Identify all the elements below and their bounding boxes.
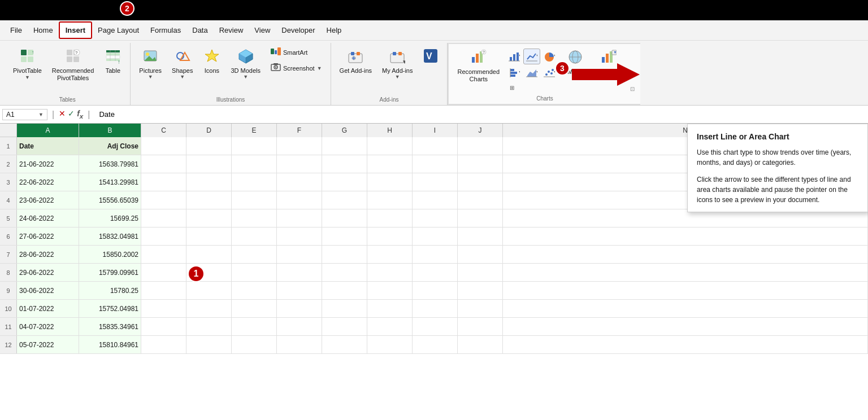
cell-h1[interactable] [367, 137, 413, 155]
screenshot-dropdown: ▼ [317, 65, 322, 71]
formula-function-icon[interactable]: fx [77, 109, 83, 120]
get-add-ins-button[interactable]: Get Add-ins [336, 45, 376, 77]
recommended-pivottables-label: RecommendedPivotTables [52, 67, 94, 82]
cell-b9[interactable]: 15780.25 [79, 282, 141, 299]
pivot-table-label: PivotTable [13, 67, 42, 75]
col-header-h[interactable]: H [367, 124, 413, 137]
line-chart-icon: ▼ [526, 51, 537, 62]
col-header-g[interactable]: G [322, 124, 367, 137]
smartart-button[interactable]: SmartArt [267, 45, 326, 60]
col-header-d[interactable]: D [186, 124, 232, 137]
cell-a7[interactable]: 28-06-2022 [17, 246, 79, 263]
cell-g2[interactable] [322, 155, 367, 173]
menu-item-home[interactable]: Home [28, 23, 59, 38]
cell-c2[interactable] [141, 155, 186, 173]
cell-j2[interactable] [458, 155, 503, 173]
cell-a6[interactable]: 27-06-2022 [17, 228, 79, 245]
cell-a3[interactable]: 22-06-2022 [17, 173, 79, 191]
menu-item-help[interactable]: Help [321, 23, 348, 38]
visio-button[interactable]: V [419, 45, 442, 70]
menu-item-formulas[interactable]: Formulas [145, 23, 186, 38]
col-header-i[interactable]: I [413, 124, 458, 137]
cell-b11[interactable]: 15835.34961 [79, 318, 141, 335]
menu-item-developer[interactable]: Developer [276, 23, 320, 38]
formula-cancel-icon[interactable]: ✕ [59, 109, 66, 120]
cell-f2[interactable] [277, 155, 322, 173]
col-header-e[interactable]: E [232, 124, 277, 137]
shapes-button[interactable]: Shapes ▼ [168, 45, 197, 82]
cell-j1[interactable] [458, 137, 503, 155]
cell-a4[interactable]: 23-06-2022 [17, 191, 79, 209]
insert-bar-chart-button[interactable]: ▼ [506, 65, 523, 81]
cell-a9[interactable]: 30-06-2022 [17, 282, 79, 299]
menu-item-file[interactable]: File [5, 23, 28, 38]
recommended-charts-button[interactable]: ? RecommendedCharts [453, 46, 504, 86]
cell-e1[interactable] [232, 137, 277, 155]
cell-a1[interactable]: Date [17, 137, 79, 155]
svg-rect-12 [106, 53, 120, 55]
row-num-7: 7 [0, 246, 17, 263]
cell-i2[interactable] [413, 155, 458, 173]
cell-i1[interactable] [413, 137, 458, 155]
svg-rect-5 [67, 50, 72, 55]
cell-b5[interactable]: 15699.25 [79, 209, 141, 227]
cell-b12[interactable]: 15810.84961 [79, 336, 141, 353]
svg-text:?: ? [483, 50, 485, 54]
name-box-dropdown[interactable]: ▼ [38, 112, 44, 117]
menu-item-insert[interactable]: Insert [59, 21, 92, 39]
cell-b6[interactable]: 15832.04981 [79, 228, 141, 245]
cell-a12[interactable]: 05-07-2022 [17, 336, 79, 353]
screenshot-button[interactable]: Screenshot ▼ [267, 61, 326, 76]
cell-d2[interactable] [186, 155, 232, 173]
cell-a8[interactable]: 29-06-2022 [17, 264, 79, 281]
3d-models-button[interactable]: 3D Models ▼ [227, 45, 264, 82]
col-header-j[interactable]: J [458, 124, 503, 137]
row-num-5: 5 [0, 209, 17, 227]
cell-a5[interactable]: 24-06-2022 [17, 209, 79, 227]
cell-e2[interactable] [232, 155, 277, 173]
menu-item-page-layout[interactable]: Page Layout [92, 23, 145, 38]
svg-rect-41 [393, 52, 396, 55]
table-button[interactable]: ↑ Table [100, 45, 125, 77]
icons-button[interactable]: Icons [199, 45, 224, 77]
cell-h2[interactable] [367, 155, 413, 173]
insert-area-chart-button[interactable]: ▼ [523, 65, 540, 81]
cell-d1[interactable] [186, 137, 232, 155]
menu-item-data[interactable]: Data [186, 23, 213, 38]
cell-f1[interactable] [277, 137, 322, 155]
cell-b8[interactable]: 15799.09961 [79, 264, 141, 281]
insert-pie-chart-button[interactable]: ▼ [541, 49, 558, 64]
cell-a10[interactable]: 01-07-2022 [17, 300, 79, 317]
addins-group-label: Add-ins [336, 94, 443, 103]
cell-b2[interactable]: 15638.79981 [79, 155, 141, 173]
pictures-button[interactable]: Pictures ▼ [135, 45, 166, 82]
insert-line-chart-button[interactable]: ▼ [523, 49, 540, 64]
recommended-pivottables-button[interactable]: ? RecommendedPivotTables [48, 45, 98, 85]
formula-confirm-icon[interactable]: ✓ [68, 109, 75, 120]
cell-a11[interactable]: 04-07-2022 [17, 318, 79, 335]
cell-g1[interactable] [322, 137, 367, 155]
svg-rect-60 [510, 72, 517, 74]
col-header-c[interactable]: C [141, 124, 186, 137]
col-header-b[interactable]: B [79, 124, 141, 137]
cell-b3[interactable]: 15413.29981 [79, 173, 141, 191]
insert-column-chart-button[interactable]: ▼ [506, 49, 523, 64]
cell-b10[interactable]: 15752.04981 [79, 300, 141, 317]
name-box[interactable]: A1 ▼ [2, 109, 47, 120]
cell-b7[interactable]: 15850.2002 [79, 246, 141, 263]
my-add-ins-label: My Add-ins [382, 67, 413, 74]
more-charts-button[interactable]: ⊞ [506, 82, 518, 93]
my-add-ins-button[interactable]: ▼ My Add-ins ▼ [378, 45, 416, 82]
cell-b4[interactable]: 15556.65039 [79, 191, 141, 209]
cell-b1[interactable]: Adj Close [79, 137, 141, 155]
tables-group-label: Tables [9, 94, 125, 103]
formula-content: Date [94, 110, 866, 119]
cell-a2[interactable]: 21-06-2022 [17, 155, 79, 173]
cell-c1[interactable] [141, 137, 186, 155]
menu-item-view[interactable]: View [249, 23, 276, 38]
menu-item-review[interactable]: Review [214, 23, 249, 38]
col-header-a[interactable]: A [17, 124, 79, 137]
col-header-f[interactable]: F [277, 124, 322, 137]
pivot-table-button[interactable]: ↑ PivotTable ▼ [9, 45, 46, 83]
svg-rect-36 [357, 52, 360, 55]
